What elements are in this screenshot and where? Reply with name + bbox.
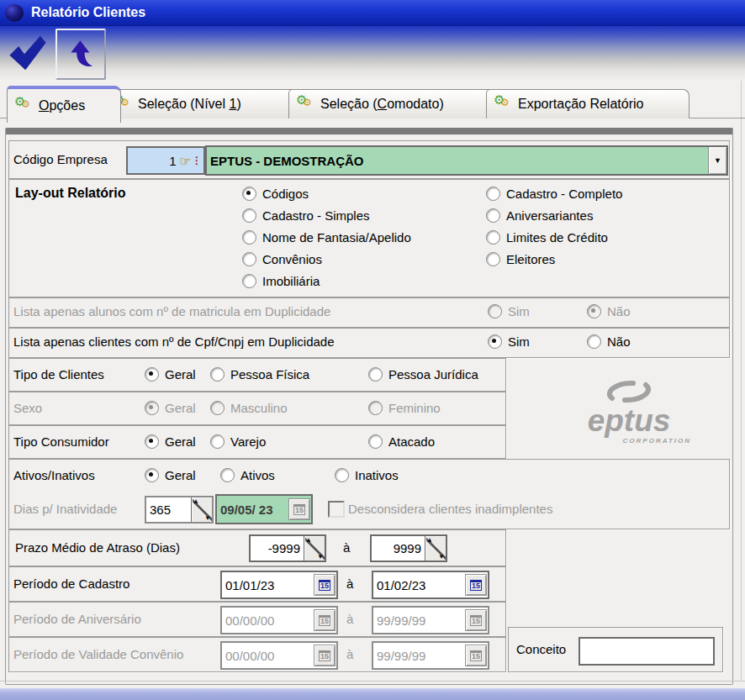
empresa-combobox-value: EPTUS - DEMOSTRAÇÃO xyxy=(207,154,708,168)
titlebar: Relatório Clientes xyxy=(0,0,745,26)
spin-up-icon: ▲ xyxy=(193,497,199,505)
tab-label: Opções xyxy=(39,98,85,113)
codigo-empresa-input[interactable]: 1 ☞ ⋮ xyxy=(126,146,205,175)
radio-eleitores[interactable]: Eleitores xyxy=(486,252,555,266)
radio-nome-fantasia[interactable]: Nome de Fantasia/Apelido xyxy=(242,230,411,245)
periodo-aniversario-from: 00/00/00 15 xyxy=(220,606,338,634)
radio-icon[interactable] xyxy=(368,367,383,382)
back-button[interactable] xyxy=(55,29,106,80)
radio-icon[interactable] xyxy=(242,230,256,245)
gear-icon: ⚙ ⚙ xyxy=(495,97,512,111)
spin-button[interactable]: ▲ ▼ xyxy=(304,536,325,561)
desconsidera-label: Desconsidera clientes inadimplentes xyxy=(348,502,552,516)
spin-button[interactable]: ▲ ▼ xyxy=(425,536,446,561)
radio-icon xyxy=(210,401,225,415)
window-right-edge xyxy=(741,81,742,681)
lookup-dots-icon[interactable]: ⋮ xyxy=(192,155,202,166)
radio-pessoa-fisica[interactable]: Pessoa Física xyxy=(210,367,309,382)
radio-icon[interactable] xyxy=(368,434,383,449)
radio-pessoa-juridica[interactable]: Pessoa Jurídica xyxy=(368,367,478,382)
inatividade-date-field: 09/05/ 23 15 xyxy=(215,494,313,524)
tipo-clientes-label: Tipo de Clientes xyxy=(13,367,104,382)
radio-clientes-nao[interactable]: Não xyxy=(587,334,631,349)
calendar-icon: 15 xyxy=(470,615,482,626)
radio-limites-credito[interactable]: Limites de Crédito xyxy=(486,230,608,245)
combobox-dropdown-button[interactable]: ▼ xyxy=(708,147,727,174)
radio-icon[interactable] xyxy=(145,434,159,449)
tab-exportacao-relatorio[interactable]: ⚙ ⚙ Exportação Relatório xyxy=(486,89,690,118)
radio-icon[interactable] xyxy=(210,367,225,382)
radio-codigos[interactable]: Códigos xyxy=(242,187,309,201)
radio-icon[interactable] xyxy=(220,468,235,482)
radio-icon[interactable] xyxy=(488,334,502,349)
calendar-button[interactable]: 15 xyxy=(465,574,487,596)
prazo-from-spinner[interactable]: -9999 ▲ ▼ xyxy=(249,534,326,562)
periodo-cadastro-from[interactable]: 01/01/23 15 xyxy=(220,571,338,599)
radio-icon[interactable] xyxy=(242,252,256,266)
radio-imobiliaria[interactable]: Imobiliária xyxy=(242,274,320,288)
calendar-icon: 15 xyxy=(293,504,305,515)
radio-icon[interactable] xyxy=(242,274,256,288)
radio-clientes-sim[interactable]: Sim xyxy=(488,334,530,349)
periodo-cadastro-to[interactable]: 01/02/23 15 xyxy=(372,571,489,599)
date-value: 00/00/00 xyxy=(222,649,314,663)
aniversario-conj-label: à xyxy=(346,612,353,626)
app-sphere-icon xyxy=(5,4,24,22)
desconsidera-checkbox xyxy=(328,501,345,518)
radio-icon[interactable] xyxy=(242,208,256,223)
calendar-icon: 15 xyxy=(470,580,482,591)
empresa-combobox[interactable]: EPTUS - DEMOSTRAÇÃO ▼ xyxy=(205,145,728,176)
radio-convenios[interactable]: Convênios xyxy=(242,252,322,266)
radio-icon[interactable] xyxy=(145,468,159,482)
toolbar xyxy=(0,26,745,80)
radio-icon[interactable] xyxy=(335,468,349,482)
tab-selecao-nivel-1[interactable]: ⚙ ⚙ Seleção (Nível 1) xyxy=(106,89,303,118)
duplicidade-clientes-label: Lista apenas clientes com nº de Cpf/Cnpj… xyxy=(13,334,335,349)
periodo-validade-label: Período de Validade Convênio xyxy=(13,647,183,661)
validade-conj-label: à xyxy=(346,647,353,661)
radio-icon[interactable] xyxy=(486,208,500,223)
radio-ativos-geral[interactable]: Geral xyxy=(145,468,196,482)
pointing-hand-icon[interactable]: ☞ xyxy=(180,155,191,167)
periodo-cadastro-label: Período de Cadastro xyxy=(13,576,129,591)
radio-icon[interactable] xyxy=(486,230,500,245)
radio-varejo[interactable]: Varejo xyxy=(210,434,266,449)
calendar-button: 15 xyxy=(288,498,310,520)
conceito-label: Conceito xyxy=(516,642,566,656)
radio-aniversariantes[interactable]: Aniversariantes xyxy=(486,208,593,223)
radio-inativos[interactable]: Inativos xyxy=(335,468,399,482)
tab-label: Seleção (Nível 1) xyxy=(138,97,241,112)
radio-alunos-nao: Não xyxy=(587,304,631,318)
duplicidade-alunos-label: Lista apenas alunos com nº de matricula … xyxy=(13,304,330,318)
dias-inatividade-spinner: 365 ▲ ▼ xyxy=(145,496,214,524)
radio-tipo-clientes-geral[interactable]: Geral xyxy=(145,367,196,382)
radio-sexo-geral: Geral xyxy=(145,401,196,415)
date-value: 01/02/23 xyxy=(373,578,465,592)
radio-consumidor-geral[interactable]: Geral xyxy=(145,434,196,449)
prazo-to-spinner[interactable]: 9999 ▲ ▼ xyxy=(370,534,447,562)
confirm-button[interactable] xyxy=(5,30,50,76)
radio-masculino: Masculino xyxy=(210,401,288,415)
radio-icon[interactable] xyxy=(486,252,500,266)
radio-icon[interactable] xyxy=(486,187,500,201)
conceito-input[interactable] xyxy=(579,637,715,666)
calendar-button: 15 xyxy=(314,645,336,666)
gear-icon: ⚙ ⚙ xyxy=(298,97,314,111)
radio-atacado[interactable]: Atacado xyxy=(368,434,435,449)
tipo-consumidor-label: Tipo Consumidor xyxy=(13,434,109,449)
radio-ativos[interactable]: Ativos xyxy=(220,468,275,482)
radio-cadastro-simples[interactable]: Cadastro - Simples xyxy=(242,208,370,223)
radio-icon[interactable] xyxy=(210,434,225,449)
radio-cadastro-completo[interactable]: Cadastro - Completo xyxy=(486,187,622,201)
codigo-empresa-value: 1 xyxy=(128,154,180,168)
tab-opcoes[interactable]: ⚙ ⚙ Opções xyxy=(7,86,121,123)
calendar-button[interactable]: 15 xyxy=(314,574,336,596)
spin-button: ▲ ▼ xyxy=(191,497,212,522)
prazo-from-value: -9999 xyxy=(251,541,304,555)
radio-feminino: Feminino xyxy=(368,401,441,415)
tab-selecao-comodato[interactable]: ⚙ ⚙ Seleção (Comodato) xyxy=(288,89,501,118)
periodo-validade-to: 99/99/99 15 xyxy=(372,641,489,670)
radio-icon[interactable] xyxy=(242,187,256,201)
radio-icon[interactable] xyxy=(587,334,601,349)
radio-icon[interactable] xyxy=(145,367,159,382)
